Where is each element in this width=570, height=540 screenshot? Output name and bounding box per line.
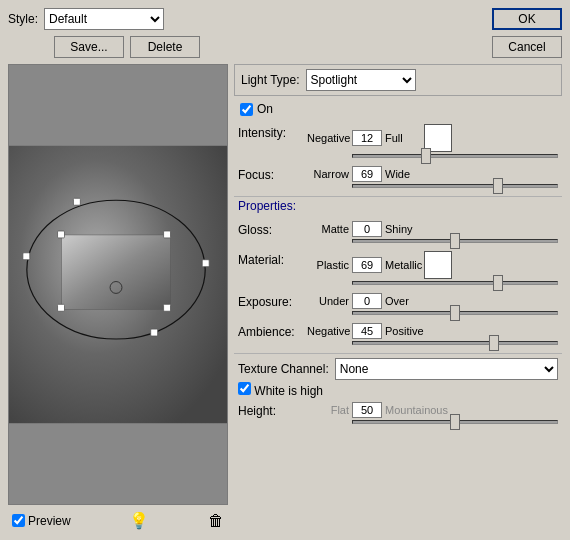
top-toolbar: Style: Default OK — [8, 8, 562, 30]
ok-button[interactable]: OK — [492, 8, 562, 30]
ambience-label: Ambience: — [238, 323, 303, 339]
texture-channel-row: Texture Channel: None — [238, 358, 558, 380]
texture-channel-label: Texture Channel: — [238, 362, 329, 376]
exposure-slider[interactable] — [352, 311, 558, 315]
intensity-label: Intensity: — [238, 124, 303, 140]
white-is-high-row: White is high — [238, 380, 558, 400]
intensity-slider[interactable] — [352, 154, 558, 158]
focus-sliders: Narrow Wide — [307, 166, 558, 188]
save-button[interactable]: Save... — [54, 36, 124, 58]
texture-channel-select[interactable]: None — [335, 358, 558, 380]
intensity-left-label: Negative — [307, 132, 349, 144]
svg-rect-11 — [164, 304, 171, 311]
on-row: On — [234, 100, 562, 118]
gloss-left-label: Matte — [307, 223, 349, 235]
main-content: Preview 💡 🗑 Light Type: Spotlight On — [8, 64, 562, 532]
intensity-slider-line — [307, 154, 558, 158]
intensity-value[interactable] — [352, 130, 382, 146]
material-row: Material: Plastic Metallic — [234, 249, 562, 287]
exposure-left-label: Under — [307, 295, 349, 307]
white-is-high-checkbox[interactable] — [238, 382, 251, 395]
texture-section: Texture Channel: None White is high Heig… — [234, 353, 562, 428]
svg-rect-5 — [202, 260, 209, 267]
material-right-label: Metallic — [385, 259, 421, 271]
height-slider[interactable] — [352, 420, 558, 424]
focus-row: Focus: Narrow Wide — [234, 164, 562, 190]
white-is-high-label: White is high — [254, 384, 323, 398]
preview-panel: Preview 💡 🗑 — [8, 64, 228, 532]
second-toolbar: Save... Delete Cancel — [54, 36, 562, 58]
focus-label: Focus: — [238, 166, 303, 182]
ambience-row: Ambience: Negative Positive — [234, 321, 562, 347]
height-label: Height: — [238, 402, 303, 418]
svg-rect-7 — [151, 329, 158, 336]
light-type-row: Light Type: Spotlight — [234, 64, 562, 96]
svg-rect-4 — [23, 253, 30, 260]
material-slider-line — [307, 281, 558, 285]
exposure-slider-line — [307, 311, 558, 315]
preview-checkbox[interactable] — [12, 514, 25, 527]
svg-rect-2 — [62, 235, 171, 309]
svg-rect-9 — [164, 231, 171, 238]
preview-controls-bar: Preview 💡 🗑 — [8, 509, 228, 532]
intensity-sliders: Negative Full — [307, 124, 558, 158]
exposure-sliders: Under Over — [307, 293, 558, 315]
style-label: Style: — [8, 12, 38, 26]
preview-check-container: Preview — [12, 514, 71, 528]
intensity-row: Intensity: Negative Full — [234, 122, 562, 160]
bulb-icon[interactable]: 💡 — [129, 511, 149, 530]
preview-label: Preview — [28, 514, 71, 528]
focus-left-label: Narrow — [307, 168, 349, 180]
lighting-effects-dialog: Style: Default OK Save... Delete Cancel — [0, 0, 570, 540]
style-select[interactable]: Default — [44, 8, 164, 30]
svg-rect-6 — [73, 198, 80, 205]
gloss-label: Gloss: — [238, 221, 303, 237]
height-flat-label: Flat — [307, 404, 349, 416]
svg-rect-10 — [58, 304, 65, 311]
height-sliders: Flat Mountainous — [307, 402, 558, 424]
material-value[interactable] — [352, 257, 382, 273]
delete-button[interactable]: Delete — [130, 36, 200, 58]
on-label: On — [257, 102, 273, 116]
preview-canvas — [8, 64, 228, 505]
exposure-row: Exposure: Under Over — [234, 291, 562, 317]
intensity-right-label: Full — [385, 132, 421, 144]
material-slider[interactable] — [352, 281, 558, 285]
ambience-left-label: Negative — [307, 325, 349, 337]
svg-rect-8 — [58, 231, 65, 238]
ambience-sliders: Negative Positive — [307, 323, 558, 345]
focus-slider[interactable] — [352, 184, 558, 188]
properties-label: Properties: — [238, 197, 296, 215]
gloss-slider[interactable] — [352, 239, 558, 243]
gloss-slider-line — [307, 239, 558, 243]
light-type-label: Light Type: — [241, 73, 300, 87]
gloss-row: Gloss: Matte Shiny — [234, 219, 562, 245]
height-row: Height: Flat Mountainous — [238, 400, 558, 426]
on-checkbox[interactable] — [240, 103, 253, 116]
height-slider-line — [307, 420, 558, 424]
focus-slider-line — [307, 184, 558, 188]
preview-svg — [9, 65, 227, 504]
material-sliders: Plastic Metallic — [307, 251, 558, 285]
ambience-slider-line — [307, 341, 558, 345]
light-type-select[interactable]: Spotlight — [306, 69, 416, 91]
material-left-label: Plastic — [307, 259, 349, 271]
exposure-label: Exposure: — [238, 293, 303, 309]
ambience-slider[interactable] — [352, 341, 558, 345]
properties-divider: Properties: — [234, 196, 562, 215]
cancel-button[interactable]: Cancel — [492, 36, 562, 58]
material-label: Material: — [238, 251, 303, 267]
right-panel: Light Type: Spotlight On Intensity: Nega… — [234, 64, 562, 532]
gloss-sliders: Matte Shiny — [307, 221, 558, 243]
trash-icon[interactable]: 🗑 — [208, 512, 224, 530]
